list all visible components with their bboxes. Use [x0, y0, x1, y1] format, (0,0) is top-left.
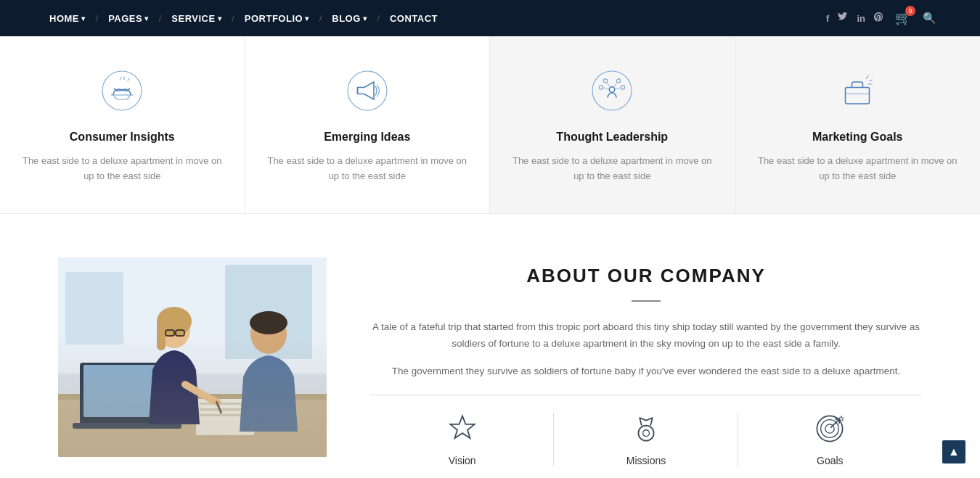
- svg-point-46: [638, 426, 653, 441]
- svg-line-14: [615, 88, 621, 90]
- twitter-icon[interactable]: [838, 12, 848, 25]
- feature-title-emerging-ideas: Emerging Ideas: [267, 131, 468, 144]
- svg-line-19: [866, 77, 868, 79]
- vision-icon: [446, 413, 478, 448]
- about-icon-goals: Goals: [738, 413, 922, 466]
- nav-contact[interactable]: CONTACT: [384, 13, 444, 24]
- svg-point-43: [250, 311, 287, 334]
- svg-point-9: [600, 86, 603, 89]
- feature-card-consumer-insights: Consumer Insights The east side to a del…: [0, 36, 245, 213]
- nav-social: f in: [826, 12, 883, 25]
- about-icons: Vision Missions: [370, 413, 922, 466]
- about-icon-missions: Missions: [554, 413, 738, 466]
- svg-rect-33: [200, 403, 250, 405]
- svg-rect-17: [846, 88, 870, 104]
- about-separator: [370, 395, 922, 395]
- about-section: ABOUT OUR COMPANY A tale of a fateful tr…: [0, 214, 980, 478]
- about-divider: [632, 300, 661, 302]
- svg-rect-30: [83, 365, 171, 417]
- svg-rect-34: [200, 408, 243, 411]
- chevron-down-icon: ▾: [218, 15, 222, 22]
- svg-point-5: [348, 71, 387, 110]
- navbar: HOME ▾ / PAGES ▾ / SERVICE ▾ / PORTFOLIO…: [0, 0, 980, 36]
- svg-point-7: [592, 71, 632, 110]
- svg-rect-38: [157, 321, 166, 350]
- svg-rect-32: [196, 399, 254, 435]
- nav-right: f in 🛒 9 🔍: [826, 10, 936, 26]
- about-title: ABOUT OUR COMPANY: [370, 265, 922, 287]
- feature-title-consumer-insights: Consumer Insights: [22, 131, 223, 144]
- emerging-ideas-icon: [342, 65, 393, 116]
- feature-desc-emerging-ideas: The east side to a deluxe apartment in m…: [267, 154, 468, 184]
- feature-card-emerging-ideas: Emerging Ideas The east side to a deluxe…: [245, 36, 491, 213]
- feature-desc-consumer-insights: The east side to a deluxe apartment in m…: [22, 154, 223, 184]
- svg-point-10: [621, 86, 625, 89]
- svg-rect-35: [200, 414, 247, 416]
- scroll-top-button[interactable]: ▲: [942, 440, 965, 463]
- vision-label: Vision: [449, 455, 476, 466]
- cart-badge: 9: [905, 6, 915, 16]
- chevron-down-icon: ▾: [363, 15, 367, 22]
- pinterest-icon[interactable]: [874, 12, 883, 24]
- goals-label: Goals: [817, 455, 844, 466]
- svg-point-8: [610, 87, 616, 93]
- nav-blog[interactable]: BLOG ▾: [326, 13, 372, 24]
- svg-rect-28: [58, 394, 327, 400]
- feature-desc-thought-leadership: The east side to a deluxe apartment in m…: [512, 154, 713, 184]
- cart-button[interactable]: 🛒 9: [895, 10, 911, 26]
- svg-line-15: [607, 82, 611, 88]
- consumer-insights-icon: [97, 65, 147, 116]
- svg-line-2: [120, 77, 122, 80]
- feature-card-thought-leadership: Thought Leadership The east side to a de…: [490, 36, 735, 213]
- about-content: ABOUT OUR COMPANY A tale of a fateful tr…: [370, 257, 922, 467]
- linkedin-icon[interactable]: in: [857, 13, 865, 24]
- search-button[interactable]: 🔍: [923, 12, 936, 25]
- chevron-down-icon: ▾: [144, 15, 149, 22]
- svg-line-44: [216, 401, 221, 413]
- thought-leadership-icon: [587, 65, 637, 116]
- svg-point-0: [102, 71, 142, 110]
- features-section: Consumer Insights The east side to a del…: [0, 36, 980, 214]
- about-para-2: The government they survive as soldiers …: [370, 363, 922, 380]
- nav-sep-1: /: [96, 13, 99, 24]
- svg-rect-26: [65, 272, 123, 345]
- about-image: [58, 257, 327, 457]
- nav-home[interactable]: HOME ▾: [44, 13, 91, 24]
- goals-icon: [814, 413, 846, 448]
- chevron-down-icon: ▾: [81, 15, 86, 22]
- svg-line-4: [128, 78, 130, 81]
- about-photo: [58, 257, 327, 457]
- chevron-down-icon: ▾: [305, 15, 309, 22]
- nav-links: HOME ▾ / PAGES ▾ / SERVICE ▾ / PORTFOLIO…: [44, 13, 444, 24]
- svg-rect-31: [73, 423, 181, 429]
- missions-label: Missions: [626, 455, 666, 466]
- svg-line-20: [870, 80, 873, 81]
- nav-sep-3: /: [232, 13, 234, 24]
- marketing-goals-icon: [832, 65, 883, 116]
- svg-line-16: [614, 82, 618, 88]
- nav-sep-5: /: [377, 13, 380, 24]
- svg-line-22: [867, 75, 870, 77]
- svg-line-13: [603, 88, 610, 90]
- nav-sep-2: /: [159, 13, 162, 24]
- about-para-1: A tale of a fateful trip that started fr…: [370, 319, 922, 353]
- feature-card-marketing-goals: Marketing Goals The east side to a delux…: [735, 36, 981, 213]
- missions-icon: [630, 413, 662, 448]
- svg-marker-45: [450, 416, 474, 439]
- svg-rect-27: [58, 395, 327, 457]
- nav-service[interactable]: SERVICE ▾: [166, 13, 227, 24]
- svg-point-47: [643, 430, 650, 437]
- nav-pages[interactable]: PAGES ▾: [102, 13, 155, 24]
- svg-rect-29: [80, 363, 174, 424]
- feature-title-marketing-goals: Marketing Goals: [757, 131, 959, 144]
- nav-sep-4: /: [319, 13, 322, 24]
- facebook-icon[interactable]: f: [826, 13, 829, 24]
- scroll-top-icon: ▲: [948, 445, 960, 458]
- nav-portfolio[interactable]: PORTFOLIO ▾: [239, 13, 315, 24]
- about-icon-vision: Vision: [370, 413, 554, 466]
- feature-title-thought-leadership: Thought Leadership: [512, 131, 713, 144]
- feature-desc-marketing-goals: The east side to a deluxe apartment in m…: [757, 154, 959, 184]
